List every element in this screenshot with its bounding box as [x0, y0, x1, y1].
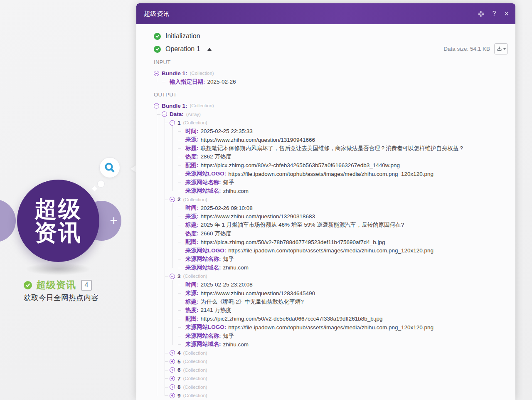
item-type: (Collection)	[183, 376, 207, 381]
close-icon[interactable]: ×	[504, 10, 509, 17]
item-index: 4	[177, 350, 181, 356]
field-row: 来源网站LOGO:https://file.ipadown.com/tophub…	[177, 247, 509, 255]
field-key: 来源网站LOGO:	[185, 170, 226, 178]
expand-toggle-icon[interactable]	[170, 393, 175, 398]
array-item-node: 1 (Collection)	[170, 119, 509, 127]
field-row: 来源网站名称:知乎	[177, 178, 509, 187]
item-index: 1	[177, 120, 181, 126]
field-value: https://www.zhihu.com/question/128346454…	[201, 290, 315, 296]
field-value: 2660 万热度	[201, 230, 232, 237]
field-key: 来源:	[185, 213, 199, 220]
field-key: 来源网站域名:	[185, 341, 221, 348]
field-value: zhihu.com	[223, 264, 249, 271]
collapse-toggle-icon[interactable]	[162, 111, 167, 117]
field-value: https://file.ipadown.com/tophub/assets/i…	[228, 247, 433, 254]
field-value: 2025-02-26	[207, 79, 236, 85]
plus-icon: +	[110, 214, 118, 227]
field-value: 2025 年 1 月燃油车市场份额从 46% 增至 59% 逆袭新能源汽车，反转…	[201, 221, 404, 229]
field-key: 热度:	[185, 306, 199, 314]
initialization-row: Initialization	[154, 32, 509, 41]
field-row: 标题:2025 年 1 月燃油车市场份额从 46% 增至 59% 逆袭新能源汽车…	[177, 221, 509, 230]
bundle-label: Bundle 1:	[162, 103, 187, 109]
field-value: 知乎	[223, 179, 234, 186]
panel-body: Initialization Operation 1 Data size: 54…	[136, 24, 515, 400]
field-value: https://file.ipadown.com/tophub/assets/i…	[228, 171, 433, 177]
module-shadow	[25, 263, 91, 275]
field-key: 标题:	[185, 298, 199, 306]
collapse-toggle-icon[interactable]	[170, 274, 175, 279]
expand-toggle-icon[interactable]	[170, 367, 175, 373]
item-index: 7	[177, 375, 181, 382]
collapse-icon[interactable]	[478, 11, 484, 17]
field-row: 热度:2660 万热度	[177, 230, 509, 238]
module-status-label: 超级资讯	[36, 279, 76, 291]
download-icon	[497, 46, 502, 52]
collapse-toggle-icon[interactable]	[170, 197, 175, 202]
array-item-node: 2 (Collection)	[170, 195, 509, 204]
field-value: 2025-02-25 23:20:08	[201, 281, 253, 288]
field-row: 配图:https://picx.zhimg.com/80/v2-cbfeb342…	[177, 161, 509, 170]
help-icon[interactable]: ?	[493, 10, 496, 17]
collapse-caret-icon[interactable]	[207, 48, 212, 51]
field-row: 标题:为什么《哪吒 2》中无量仙翁敢炼化李靖?	[177, 298, 509, 306]
field-value: https://pica.zhimg.com/50/v2-78b788d6774…	[201, 239, 385, 245]
expand-toggle-icon[interactable]	[170, 359, 175, 364]
field-value: zhihu.com	[223, 341, 249, 348]
field-value: 联想笔记本保修期内风扇坏了，售后竟让去美国维修，商家做法是否合理？消费者可以怎样…	[201, 145, 465, 152]
field-row: 来源网站域名:zhihu.com	[177, 187, 509, 195]
data-size-label: Data size: 54.1 KB	[443, 46, 490, 52]
field-row: 来源:https://www.zhihu.com/question/132903…	[177, 212, 509, 221]
panel-pointer-arrow	[131, 165, 136, 173]
scenario-canvas: + 超级 资讯 超级资讯 4 获取今日全网热点内容 超级资讯	[0, 0, 532, 400]
operation-label: Operation 1	[165, 45, 200, 53]
collapse-toggle-icon[interactable]	[170, 120, 175, 126]
field-row: 来源网站域名:zhihu.com	[177, 340, 509, 349]
collapse-toggle-icon[interactable]	[154, 71, 159, 76]
field-key: 来源网站LOGO:	[185, 323, 226, 331]
module-circle-text-line2: 资讯	[34, 221, 82, 244]
field-value: 2862 万热度	[201, 153, 232, 160]
field-key: 配图:	[185, 162, 199, 169]
field-key: 来源网站名称:	[185, 332, 221, 340]
field-row: 来源网站LOGO:https://file.ipadown.com/tophub…	[177, 323, 509, 332]
module-subtitle: 获取今日全网热点内容	[24, 293, 99, 303]
expand-toggle-icon[interactable]	[170, 384, 175, 390]
item-type: (Collection)	[183, 197, 207, 202]
initialization-label: Initialization	[165, 32, 200, 40]
download-button[interactable]	[494, 43, 508, 54]
collapse-toggle-icon[interactable]	[154, 103, 159, 109]
module-success-check-icon	[24, 281, 32, 289]
field-row: 配图:https://pica.zhimg.com/50/v2-78b788d6…	[177, 238, 509, 247]
item-index: 2	[177, 196, 181, 202]
search-bubble	[99, 157, 120, 178]
field-value: 2025-02-25 22:35:33	[201, 128, 253, 134]
field-row: 时间:2025-02-26 09:10:08	[177, 204, 509, 212]
item-type: (Collection)	[183, 120, 207, 125]
field-key: 来源网站LOGO:	[185, 247, 226, 254]
module-circle-text-line1: 超级	[34, 197, 82, 221]
field-key: 时间:	[185, 204, 199, 212]
module-super-news[interactable]: 超级 资讯	[17, 180, 99, 262]
field-value: https://www.zhihu.com/question/131909416…	[201, 137, 315, 143]
expand-toggle-icon[interactable]	[170, 350, 175, 356]
item-type: (Collection)	[183, 359, 207, 364]
field-value: 2025-02-26 09:10:08	[201, 205, 253, 211]
data-array-node: Data: (Array)	[162, 110, 509, 119]
field-row: 来源网站LOGO:https://file.ipadown.com/tophub…	[177, 170, 509, 178]
field-value: https://pic2.zhimg.com/50/v2-dc5e6da0667…	[201, 316, 383, 322]
item-type: (Collection)	[183, 274, 207, 279]
module-left-connector[interactable]	[0, 199, 16, 242]
operation-count-badge[interactable]: 4	[81, 280, 92, 291]
array-item-node-collapsed: 5 (Collection)	[170, 357, 509, 366]
item-index: 6	[177, 367, 181, 373]
expand-toggle-icon[interactable]	[170, 376, 175, 381]
output-section-label: OUTPUT	[154, 91, 509, 98]
field-key: 配图:	[185, 315, 199, 323]
item-index: 9	[177, 393, 181, 399]
field-row: 来源:https://www.zhihu.com/question/131909…	[177, 136, 509, 144]
bubble-trail-dot-small	[92, 186, 97, 191]
field-value: 知乎	[223, 332, 234, 340]
field-key: 来源:	[185, 136, 199, 143]
array-item-node-collapsed: 9 (Collection)	[170, 391, 509, 400]
panel-header: 超级资讯 ? ×	[136, 3, 515, 24]
